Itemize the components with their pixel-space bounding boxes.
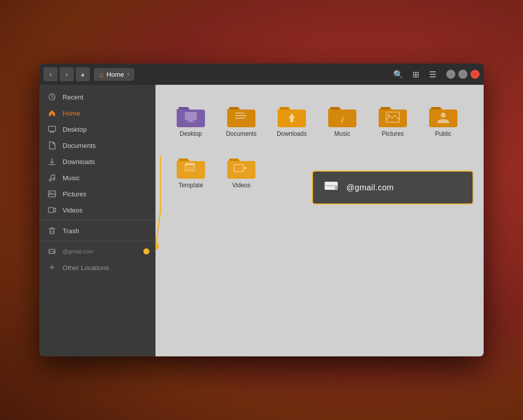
svg-point-6 <box>49 179 51 181</box>
file-label-documents: Documents <box>226 130 257 138</box>
sidebar-item-home[interactable]: Home <box>39 105 155 121</box>
sidebar-item-trash[interactable]: Trash <box>39 223 155 239</box>
file-item-videos2[interactable]: Videos <box>221 151 262 193</box>
sidebar-item-remote[interactable]: @gmail.com <box>39 243 155 259</box>
sidebar-item-recent[interactable]: Recent <box>39 89 155 105</box>
folder-music-icon: ♪ <box>328 103 356 128</box>
sidebar: Recent Home <box>39 85 155 356</box>
file-item-public[interactable]: Public <box>423 100 463 141</box>
file-label-pictures: Pictures <box>382 130 403 138</box>
sidebar-divider-2 <box>39 241 155 241</box>
folder-templates-icon <box>177 154 205 180</box>
titlebar: ‹ › ▲ ⌂ Home › 🔍 ⊞ ☰ − □ ✕ <box>39 64 484 85</box>
svg-line-36 <box>155 211 161 246</box>
tooltip-drive-icon <box>323 178 339 197</box>
file-item-documents[interactable]: Documents <box>221 100 262 141</box>
file-manager-window: ‹ › ▲ ⌂ Home › 🔍 ⊞ ☰ − □ ✕ <box>39 64 484 356</box>
file-label-videos2: Videos <box>232 182 250 190</box>
sidebar-item-music[interactable]: Music <box>39 170 155 186</box>
svg-rect-10 <box>48 207 54 213</box>
folder-videos2-icon <box>227 154 255 180</box>
svg-point-26 <box>441 113 446 118</box>
sidebar-item-downloads[interactable]: Downloads <box>39 153 155 170</box>
forward-button[interactable]: › <box>60 67 74 81</box>
sidebar-label-desktop: Desktop <box>63 126 87 133</box>
sidebar-item-desktop[interactable]: Desktop <box>39 121 155 137</box>
file-item-templates[interactable]: Template <box>171 151 211 193</box>
sidebar-label-other: Other Locations <box>63 264 109 272</box>
file-pane: Desktop Documents <box>155 85 484 356</box>
sidebar-label-downloads: Downloads <box>63 158 95 166</box>
folder-public-icon <box>429 103 457 128</box>
toolbar-right: 🔍 ⊞ ☰ <box>391 67 440 81</box>
minimize-button[interactable]: − <box>446 70 455 79</box>
close-button[interactable]: ✕ <box>470 70 480 79</box>
trash-icon <box>47 226 57 235</box>
file-item-music[interactable]: ♪ Music <box>322 100 362 141</box>
svg-point-34 <box>335 186 338 189</box>
svg-point-25 <box>388 114 390 116</box>
home-icon: ⌂ <box>99 70 103 79</box>
up-button[interactable]: ▲ <box>76 67 90 81</box>
sidebar-divider <box>39 220 155 221</box>
file-item-desktop[interactable]: Desktop <box>171 100 211 141</box>
recent-icon <box>47 92 57 101</box>
sidebar-label-home: Home <box>63 110 80 117</box>
svg-rect-20 <box>235 115 246 116</box>
view-list-button[interactable]: ☰ <box>425 67 440 81</box>
svg-rect-1 <box>48 126 56 131</box>
file-item-downloads[interactable]: Downloads <box>272 100 312 141</box>
downloads-icon <box>47 157 57 166</box>
folder-downloads-icon <box>278 103 306 128</box>
dot-indicator <box>143 248 149 254</box>
file-label-desktop: Desktop <box>180 130 202 138</box>
view-grid-button[interactable]: ⊞ <box>408 67 423 81</box>
file-item-pictures[interactable]: Pictures <box>373 100 413 141</box>
sidebar-label-recent: Recent <box>63 93 83 101</box>
sidebar-label-remote: @gmail.com <box>63 248 93 254</box>
file-label-music: Music <box>334 130 350 138</box>
music-icon <box>47 173 57 182</box>
drive-icon <box>47 247 57 256</box>
file-label-public: Public <box>435 130 452 138</box>
breadcrumb: ⌂ Home › <box>94 68 134 81</box>
breadcrumb-title: Home <box>107 71 124 78</box>
svg-rect-21 <box>235 118 245 119</box>
sidebar-item-documents[interactable]: Documents <box>39 137 155 153</box>
svg-point-37 <box>155 243 159 250</box>
svg-rect-18 <box>187 121 195 122</box>
breadcrumb-chevron-icon: › <box>127 71 129 78</box>
svg-rect-19 <box>235 113 244 114</box>
documents-icon <box>47 141 57 150</box>
sidebar-label-trash: Trash <box>63 227 79 235</box>
sidebar-label-documents: Documents <box>63 142 96 149</box>
file-label-templates: Template <box>179 182 203 190</box>
sidebar-label-videos: Videos <box>63 206 83 214</box>
svg-rect-28 <box>185 164 194 166</box>
back-button[interactable]: ‹ <box>43 67 58 81</box>
folder-documents-icon <box>227 103 255 128</box>
folder-pictures-icon <box>379 103 407 128</box>
file-label-downloads: Downloads <box>277 130 306 138</box>
sidebar-item-other-locations[interactable]: + Other Locations <box>39 259 155 276</box>
svg-rect-16 <box>185 112 197 120</box>
add-icon: + <box>47 263 57 272</box>
sidebar-label-pictures: Pictures <box>63 190 86 198</box>
search-button[interactable]: 🔍 <box>391 67 406 81</box>
main-content: Recent Home <box>39 85 484 356</box>
sidebar-item-videos[interactable]: Videos <box>39 202 155 218</box>
svg-point-7 <box>53 178 55 180</box>
folder-desktop-icon <box>177 103 205 128</box>
tooltip-email-text: @gmail.com <box>346 183 394 192</box>
videos-icon <box>47 205 57 215</box>
window-controls: − □ ✕ <box>446 70 480 79</box>
svg-text:♪: ♪ <box>340 113 345 124</box>
sidebar-item-pictures[interactable]: Pictures <box>39 186 155 202</box>
sidebar-label-music: Music <box>63 174 80 182</box>
maximize-button[interactable]: □ <box>458 70 467 79</box>
tooltip-popup: @gmail.com <box>312 171 474 204</box>
desktop-icon <box>47 125 57 134</box>
svg-point-14 <box>54 252 55 253</box>
home-sidebar-icon <box>47 109 57 118</box>
pictures-icon <box>47 189 57 198</box>
